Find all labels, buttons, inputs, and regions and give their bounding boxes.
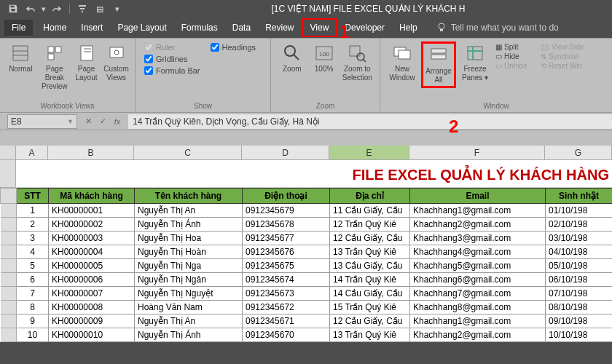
- cell[interactable]: 8: [17, 301, 49, 314]
- table-row[interactable]: 8KH00000008Hoàng Văn Nam091234567215 Trầ…: [1, 301, 613, 314]
- cell[interactable]: Nguyễn Thị An: [135, 314, 243, 328]
- cell[interactable]: 14 Cầu Giấy, Cầu: [330, 287, 410, 301]
- col-header-F[interactable]: F: [409, 146, 545, 160]
- cell[interactable]: 0912345672: [243, 301, 330, 314]
- table-row[interactable]: 3KH00000003Nguyễn Thị Hoa091234567712 Cầ…: [1, 232, 613, 245]
- cell[interactable]: 4: [17, 245, 49, 259]
- table-row[interactable]: 10KH00000010Nguyễn Thị Ánh091234567013 T…: [1, 328, 613, 342]
- cancel-icon[interactable]: ✕: [82, 115, 95, 128]
- cell[interactable]: KH00000009: [49, 314, 135, 328]
- table-row[interactable]: 9KH00000009Nguyễn Thị An091234567112 Cầu…: [1, 314, 613, 328]
- cell[interactable]: 03/10/198: [546, 232, 613, 245]
- cell[interactable]: Nguyễn Thị An: [135, 204, 243, 218]
- cell[interactable]: 01/10/198: [546, 204, 613, 218]
- cell[interactable]: KH00000006: [49, 273, 135, 287]
- header-cell[interactable]: Email: [410, 189, 546, 204]
- tab-data[interactable]: Data: [225, 20, 258, 36]
- cell[interactable]: KH00000007: [49, 287, 135, 301]
- cell[interactable]: Nguyễn Thị Hoàn: [135, 245, 243, 259]
- cell[interactable]: 08/10/198: [546, 301, 613, 314]
- col-header-A[interactable]: A: [16, 146, 48, 160]
- cell[interactable]: Khachhang5@gmail.com: [410, 259, 546, 273]
- cell[interactable]: 12 Cầu Giấy, Cầu: [330, 232, 410, 245]
- row-number[interactable]: [0, 160, 16, 188]
- cell[interactable]: 10: [17, 328, 49, 342]
- cell[interactable]: 02/10/198: [546, 218, 613, 232]
- zoom-to-selection-button[interactable]: Zoom to Selection: [340, 41, 375, 84]
- cell[interactable]: Nguyễn Thị Ánh: [135, 328, 243, 342]
- cell[interactable]: Khachhang7@gmail.com: [410, 287, 546, 301]
- col-header-E[interactable]: E: [329, 146, 409, 160]
- cell[interactable]: 06/10/198: [546, 273, 613, 287]
- split-button[interactable]: ▦Split: [495, 43, 536, 51]
- cell[interactable]: Khachhang4@gmail.com: [410, 245, 546, 259]
- custom-views-button[interactable]: Custom Views: [102, 41, 130, 84]
- cell[interactable]: 0912345670: [243, 328, 330, 342]
- zoom-button[interactable]: Zoom: [275, 41, 309, 75]
- cell[interactable]: 0912345679: [243, 204, 330, 218]
- cell[interactable]: 14 Trần Quý Kiê: [330, 273, 410, 287]
- tab-page-layout[interactable]: Page Layout: [110, 20, 173, 36]
- hide-button[interactable]: ▭Hide: [495, 52, 536, 60]
- cell[interactable]: KH00000008: [49, 301, 135, 314]
- cell[interactable]: 6: [17, 273, 49, 287]
- cell[interactable]: Nguyễn Thị Nguyệt: [135, 287, 243, 301]
- cell[interactable]: KH00000003: [49, 232, 135, 245]
- gridlines-checkbox[interactable]: Gridlines: [144, 55, 200, 63]
- col-header-D[interactable]: D: [242, 146, 329, 160]
- cell[interactable]: Khachhang1@gmail.com: [410, 204, 546, 218]
- cell[interactable]: 09/10/198: [546, 314, 613, 328]
- cell[interactable]: 0912345674: [243, 273, 330, 287]
- worksheet[interactable]: ABCDEFG FILE EXCEL QUẢN LÝ KHÁCH HÀNG ST…: [0, 146, 612, 342]
- col-header-B[interactable]: B: [48, 146, 134, 160]
- cell[interactable]: Khachhang2@gmail.com: [410, 218, 546, 232]
- name-box[interactable]: E8 ▼: [7, 114, 77, 129]
- new-window-button[interactable]: New Window: [385, 41, 420, 84]
- cell[interactable]: Nguyễn Thị Nga: [135, 259, 243, 273]
- confirm-icon[interactable]: ✓: [96, 115, 109, 128]
- cell[interactable]: Khachhang1@gmail.com: [410, 314, 546, 328]
- col-header-C[interactable]: C: [134, 146, 242, 160]
- qat-dropdown-icon[interactable]: ▾: [41, 2, 47, 15]
- cell[interactable]: KH00000001: [49, 204, 135, 218]
- cell[interactable]: Nguyễn Thị Hoa: [135, 232, 243, 245]
- cell[interactable]: 0912345675: [243, 259, 330, 273]
- table-row[interactable]: 5KH00000005Nguyễn Thị Nga091234567513 Cầ…: [1, 259, 613, 273]
- ruler-checkbox[interactable]: Ruler: [144, 43, 200, 52]
- header-cell[interactable]: Điện thoại: [243, 189, 330, 204]
- cell[interactable]: 3: [17, 232, 49, 245]
- cell[interactable]: 05/10/198: [546, 259, 613, 273]
- cell[interactable]: 5: [17, 259, 49, 273]
- cell[interactable]: 13 Cầu Giấy, Cầu: [330, 259, 410, 273]
- cell[interactable]: 15 Trần Quý Kiê: [330, 301, 410, 314]
- normal-button[interactable]: Normal: [4, 41, 37, 75]
- formula-bar-checkbox[interactable]: Formula Bar: [144, 66, 200, 75]
- cell[interactable]: 1: [17, 204, 49, 218]
- redo-icon[interactable]: [50, 2, 64, 15]
- page-break-button[interactable]: Page Break Preview: [39, 41, 71, 92]
- table-row[interactable]: 6KH00000006Nguyễn Thị Ngân091234567414 T…: [1, 273, 613, 287]
- cell[interactable]: 13 Trần Quý Kiê: [330, 245, 410, 259]
- page-layout-button[interactable]: Page Layout: [72, 41, 101, 84]
- cell[interactable]: 0912345673: [243, 287, 330, 301]
- filter-icon[interactable]: [75, 2, 90, 15]
- cell[interactable]: 0912345678: [243, 218, 330, 232]
- cell[interactable]: Khachhang3@gmail.com: [410, 232, 546, 245]
- tell-me[interactable]: Tell me what you want to do: [436, 23, 559, 33]
- select-all-corner[interactable]: [0, 146, 16, 160]
- cell[interactable]: Khachhang8@gmail.com: [410, 301, 546, 314]
- table-row[interactable]: 4KH00000004Nguyễn Thị Hoàn091234567613 T…: [1, 245, 613, 259]
- unhide-button[interactable]: ▭Unhide: [495, 62, 536, 70]
- cell[interactable]: 0912345677: [243, 232, 330, 245]
- hundred-percent-button[interactable]: 100 100%: [310, 41, 338, 75]
- undo-icon[interactable]: [23, 2, 38, 15]
- cell[interactable]: 12 Trần Quý Kiê: [330, 218, 410, 232]
- table-row[interactable]: 1KH00000001Nguyễn Thị An091234567911 Cầu…: [1, 204, 613, 218]
- cell[interactable]: 12 Cầu Giấy, Cầu: [330, 314, 410, 328]
- tab-formulas[interactable]: Formulas: [174, 20, 225, 36]
- tab-insert[interactable]: Insert: [74, 20, 110, 36]
- header-cell[interactable]: Sinh nhật: [546, 189, 613, 204]
- headings-checkbox[interactable]: Headings: [211, 43, 256, 52]
- cell[interactable]: 7: [17, 287, 49, 301]
- table-row[interactable]: 2KH00000002Nguyễn Thị Ánh091234567812 Tr…: [1, 218, 613, 232]
